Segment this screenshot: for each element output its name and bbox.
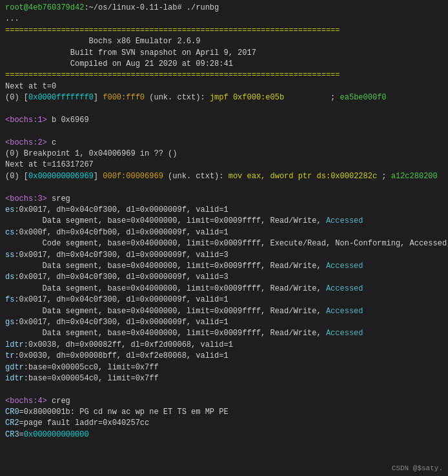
line-ss-desc: Data segment, base=0x04000000, limit=0x0… (5, 261, 443, 272)
line-dots: ... (5, 14, 443, 25)
line-tr: tr:0x0030, dh=0x00008bff, dl=0xf2e80068,… (5, 351, 443, 362)
line-ss-reg: ss:0x0017, dh=0x04c0f300, dl=0x0000009f,… (5, 250, 443, 261)
line-sep1: ========================================… (5, 25, 443, 36)
line-cs-desc: Code segment, base=0x04000000, limit=0x0… (5, 238, 443, 249)
terminal-window: root@4eb760379d42:~/os/linux-0.11-lab# .… (0, 0, 448, 476)
line-ldtr: ldtr:0x0038, dh=0x00082ff, dl=0xf2d00068… (5, 340, 443, 351)
line-blank4 (5, 384, 443, 395)
line-es-desc: Data segment, base=0x04000000, limit=0x0… (5, 216, 443, 227)
line-ds-reg: ds:0x0017, dh=0x04c0f300, dl=0x0000009f,… (5, 272, 443, 283)
line-bochs2-c: <bochs:2> c (5, 138, 443, 149)
line-blank3 (5, 182, 443, 193)
line-mov-eax: (0) [0x000000006969] 000f:00006969 (unk.… (5, 171, 443, 182)
line-blank2 (5, 126, 443, 137)
line-ds-desc: Data segment, base=0x04000000, limit=0x0… (5, 284, 443, 295)
line-bochs-svn: Built from SVN snapshot on April 9, 2017 (5, 48, 443, 59)
watermark: CSDN @$saty. (392, 464, 443, 472)
line-bochs3-sreg: <bochs:3> sreg (5, 194, 443, 205)
line-fs-desc: Data segment, base=0x04000000, limit=0x0… (5, 306, 443, 317)
line-next-t0: Next at t=0 (5, 81, 443, 92)
line-idtr: idtr:base=0x000054c0, limit=0x7ff (5, 373, 443, 384)
line-sep2: ========================================… (5, 70, 443, 81)
line-bochs1-b: <bochs:1> b 0x6969 (5, 115, 443, 126)
line-prompt: root@4eb760379d42:~/os/linux-0.11-lab# .… (5, 3, 443, 14)
line-blank1 (5, 104, 443, 115)
line-es-reg: es:0x0017, dh=0x04c0f300, dl=0x0000009f,… (5, 205, 443, 216)
line-fs-reg: fs:0x0017, dh=0x04c0f300, dl=0x0000009f,… (5, 295, 443, 305)
line-gdtr: gdtr:base=0x00005cc0, limit=0x7ff (5, 362, 443, 373)
line-jmpf: (0) [0x0000fffffff0] f000:fff0 (unk. ctx… (5, 92, 443, 103)
line-breakpoint: (0) Breakpoint 1, 0x04006969 in ?? () (5, 149, 443, 160)
line-bochs4-creg: <bochs:4> creg (5, 396, 443, 407)
line-next-t: Next at t=116317267 (5, 160, 443, 171)
line-cr3: CR3=0x000000000000 (5, 429, 443, 440)
line-cr0: CR0=0x8000001b: PG cd nw ac wp ne ET TS … (5, 407, 443, 418)
line-cr2: CR2=page fault laddr=0x040257cc (5, 418, 443, 429)
line-gs-reg: gs:0x0017, dh=0x04c0f300, dl=0x0000009f,… (5, 317, 443, 328)
line-bochs-compiled: Compiled on Aug 21 2020 at 09:28:41 (5, 59, 443, 70)
line-bochs-title: Bochs x86 Emulator 2.6.9 (5, 36, 443, 47)
line-cs-reg: cs:0x000f, dh=0x04c0fb00, dl=0x0000009f,… (5, 227, 443, 238)
line-gs-desc: Data segment, base=0x04000000, limit=0x0… (5, 328, 443, 339)
